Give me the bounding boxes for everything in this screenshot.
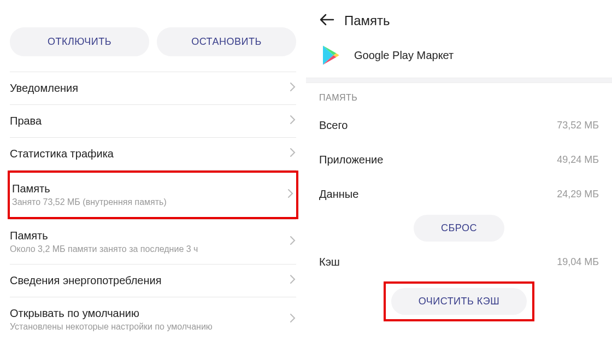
item-subtitle: Занято 73,52 МБ (внутренняя память) [12, 197, 287, 207]
cache-label: Кэш [319, 256, 340, 268]
data-value: 24,29 МБ [557, 189, 599, 200]
app-row: Google Play Маркет [306, 37, 612, 78]
header: Память [306, 0, 612, 37]
permissions-item[interactable]: Права [10, 105, 296, 138]
chevron-right-icon [290, 148, 296, 160]
google-play-icon [319, 44, 342, 67]
clear-cache-button[interactable]: ОЧИСТИТЬ КЭШ [391, 288, 527, 315]
memory-item[interactable]: Память Около 3,2 МБ памяти занято за пос… [10, 219, 296, 265]
chevron-right-icon [290, 236, 296, 248]
item-title: Память [10, 230, 290, 242]
separator [306, 78, 612, 83]
reset-wrap: СБРОС [306, 212, 612, 245]
item-title: Память [12, 183, 287, 195]
stop-button[interactable]: ОСТАНОВИТЬ [157, 27, 296, 56]
section-label: ПАМЯТЬ [306, 83, 612, 108]
highlight-storage: Память Занято 73,52 МБ (внутренняя памят… [8, 171, 298, 219]
data-row-stat: Данные 24,29 МБ [306, 177, 612, 212]
item-title: Уведомления [10, 82, 290, 95]
item-subtitle: Установлены некоторые настройки по умолч… [10, 322, 290, 332]
total-label: Всего [319, 119, 348, 132]
chevron-right-icon [287, 189, 294, 201]
disable-button[interactable]: ОТКЛЮЧИТЬ [10, 27, 149, 56]
item-title: Права [10, 115, 290, 127]
app-label: Приложение [319, 154, 383, 166]
reset-button[interactable]: СБРОС [414, 215, 504, 242]
chevron-right-icon [290, 274, 296, 287]
total-row: Всего 73,52 МБ [306, 108, 612, 143]
traffic-stats-item[interactable]: Статистика трафика [10, 138, 296, 171]
item-title: Сведения энергопотребления [10, 274, 290, 287]
app-name: Google Play Маркет [354, 49, 454, 62]
power-usage-item[interactable]: Сведения энергопотребления [10, 265, 296, 297]
action-buttons-row: ОТКЛЮЧИТЬ ОСТАНОВИТЬ [10, 0, 296, 72]
open-by-default-item[interactable]: Открывать по умолчанию Установлены некот… [10, 297, 296, 342]
chevron-right-icon [290, 313, 296, 326]
item-title: Открывать по умолчанию [10, 307, 290, 320]
clear-cache-wrap: ОЧИСТИТЬ КЭШ [306, 279, 612, 327]
chevron-right-icon [290, 115, 296, 127]
data-label: Данные [319, 188, 358, 201]
storage-item[interactable]: Память Занято 73,52 МБ (внутренняя памят… [12, 173, 294, 217]
app-value: 49,24 МБ [557, 154, 599, 166]
settings-list: Уведомления Права Статистика трафика Пам… [10, 72, 296, 342]
app-info-pane: ОТКЛЮЧИТЬ ОСТАНОВИТЬ Уведомления Права С… [0, 0, 306, 364]
highlight-clear-cache: ОЧИСТИТЬ КЭШ [384, 281, 535, 321]
cache-value: 19,04 МБ [557, 256, 599, 268]
item-subtitle: Около 3,2 МБ памяти занято за последние … [10, 244, 290, 254]
page-title: Память [344, 13, 390, 28]
cache-row-stat: Кэш 19,04 МБ [306, 245, 612, 279]
storage-detail-pane: Память Google Play Маркет ПАМЯТЬ Всего 7… [306, 0, 612, 364]
back-arrow-icon[interactable] [319, 12, 334, 30]
notifications-item[interactable]: Уведомления [10, 72, 296, 105]
total-value: 73,52 МБ [557, 120, 599, 131]
item-title: Статистика трафика [10, 148, 290, 160]
app-row-stat: Приложение 49,24 МБ [306, 143, 612, 177]
chevron-right-icon [290, 82, 296, 95]
